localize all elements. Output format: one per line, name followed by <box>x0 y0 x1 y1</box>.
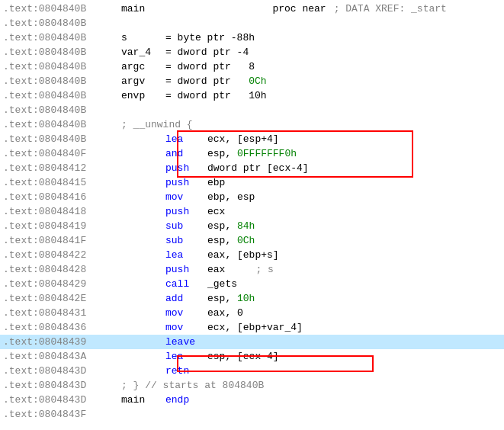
mnemonic <box>165 3 272 14</box>
operand: esp, 0Ch <box>207 235 255 246</box>
address: .text:08048418 <box>3 206 121 217</box>
code-line: .text:08048419 sub esp, 84h <box>0 219 504 233</box>
operand: eax, 0 <box>207 307 243 319</box>
code-line-highlighted: .text:08048439 leave <box>0 335 504 349</box>
address: .text:0804840B <box>3 3 121 14</box>
address: .text:0804840B <box>3 133 121 145</box>
address: .text:0804843D <box>3 380 121 391</box>
mnemonic: sub <box>165 220 207 232</box>
label: main <box>121 394 165 406</box>
code-line: .text:0804840B lea ecx, [esp+4] <box>0 132 504 146</box>
operand: ecx, [ebp+var_4] <box>207 322 303 333</box>
operand: ebp, esp <box>207 191 255 203</box>
address: .text:08048415 <box>3 177 121 188</box>
operand: = dword ptr 0Ch <box>165 75 267 87</box>
code-line: .text:0804840F and esp, 0FFFFFFF0h <box>0 146 504 161</box>
operand: esp, 10h <box>207 293 255 304</box>
address: .text:0804843A <box>3 351 121 362</box>
address: .text:08048416 <box>3 191 121 203</box>
code-line: .text:0804840B ; __unwind { <box>0 117 504 132</box>
address: .text:08048429 <box>3 278 121 290</box>
label: s <box>121 32 165 43</box>
label: argv <box>121 75 165 87</box>
code-line: .text:0804843D main endp <box>0 393 504 407</box>
code-line: .text:0804841F sub esp, 0Ch <box>0 233 504 248</box>
code-line: .text:08048429 call _gets <box>0 277 504 291</box>
mnemonic: push <box>165 162 207 174</box>
address: .text:0804840B <box>3 47 121 58</box>
code-line: .text:08048422 lea eax, [ebp+s] <box>0 248 504 262</box>
code-line: .text:0804840B argv = dword ptr 0Ch <box>0 74 504 88</box>
code-line: .text:08048431 mov eax, 0 <box>0 306 504 320</box>
code-line: .text:0804840B var_4 = dword ptr -4 <box>0 45 504 59</box>
code-line: .text:0804843D ; } // starts at 804840B <box>0 378 504 393</box>
address: .text:0804840F <box>3 148 121 159</box>
mnemonic: mov <box>165 322 207 333</box>
address: .text:0804840B <box>3 119 121 130</box>
code-line: .text:0804843A lea esp, [ecx-4] <box>0 349 504 364</box>
operand: = byte ptr -88h <box>165 32 255 43</box>
address: .text:08048419 <box>3 220 121 232</box>
address: .text:0804842E <box>3 293 121 304</box>
operand: _gets <box>207 278 237 290</box>
mnemonic: mov <box>165 307 207 319</box>
mnemonic: retn <box>165 365 207 377</box>
label: argc <box>121 61 165 72</box>
address: .text:0804841F <box>3 235 121 246</box>
code-line: .text:0804840B envp = dword ptr 10h <box>0 88 504 103</box>
label: main <box>121 3 165 14</box>
operand: = dword ptr -4 <box>165 47 249 58</box>
mnemonic: lea <box>165 133 207 145</box>
code-line: .text:0804840B <box>0 103 504 117</box>
operand: eax <box>207 264 225 275</box>
address: .text:0804843D <box>3 365 121 377</box>
operand: ecx, [esp+4] <box>207 133 279 145</box>
operand: esp, 84h <box>207 220 255 232</box>
code-view: .text:0804840B main proc near ; DATA XRE… <box>0 0 504 423</box>
operand: = dword ptr 10h <box>165 90 267 101</box>
code-line: .text:08048416 mov ebp, esp <box>0 190 504 204</box>
address: .text:08048439 <box>3 336 121 348</box>
operand: proc near <box>272 3 326 14</box>
code-line: .text:0804840B main proc near ; DATA XRE… <box>0 2 504 16</box>
address: .text:0804840B <box>3 61 121 72</box>
keyword: endp <box>165 394 189 406</box>
address: .text:0804843D <box>3 394 121 406</box>
label: var_4 <box>121 47 165 58</box>
operand: eax, [ebp+s] <box>207 249 279 261</box>
code-line: .text:08048418 push ecx <box>0 204 504 219</box>
code-line: .text:08048428 push eax ; s <box>0 262 504 277</box>
address: .text:08048436 <box>3 322 121 333</box>
address: .text:0804840B <box>3 75 121 87</box>
comment: ; } // starts at 804840B <box>121 380 264 391</box>
code-line: .text:0804843D retn <box>0 364 504 378</box>
address: .text:0804840B <box>3 104 121 116</box>
mnemonic: add <box>165 293 207 304</box>
mnemonic: push <box>165 177 207 188</box>
mnemonic: and <box>165 148 207 159</box>
mnemonic: mov <box>165 191 207 203</box>
mnemonic: sub <box>165 235 207 246</box>
address: .text:08048412 <box>3 162 121 174</box>
operand: esp, [ecx-4] <box>207 351 279 362</box>
code-line: .text:0804840B <box>0 16 504 30</box>
code-line: .text:08048412 push dword ptr [ecx-4] <box>0 161 504 175</box>
address: .text:08048422 <box>3 249 121 261</box>
label: envp <box>121 90 165 101</box>
mnemonic: leave <box>165 336 207 348</box>
mnemonic: call <box>165 278 207 290</box>
mnemonic: lea <box>165 351 207 362</box>
mnemonic: push <box>165 206 207 217</box>
mnemonic: push <box>165 264 207 275</box>
address: .text:08048431 <box>3 307 121 319</box>
code-line: .text:08048415 push ebp <box>0 175 504 190</box>
address: .text:0804840B <box>3 90 121 101</box>
code-line: .text:0804840B s = byte ptr -88h <box>0 30 504 45</box>
operand: dword ptr [ecx-4] <box>207 162 309 174</box>
comment: ; DATA XREF: _start <box>334 3 447 14</box>
address: .text:08048428 <box>3 264 121 275</box>
comment: ; s <box>255 264 273 275</box>
mnemonic: lea <box>165 249 207 261</box>
address: .text:0804843F <box>3 409 121 420</box>
operand: esp, 0FFFFFFF0h <box>207 148 297 159</box>
